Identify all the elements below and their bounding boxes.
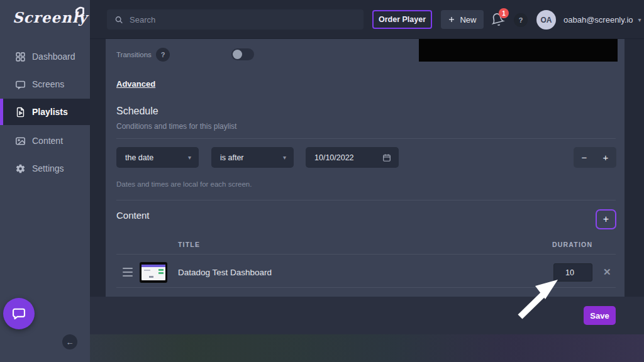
add-content-button[interactable]: + xyxy=(596,209,616,229)
screens-icon xyxy=(15,79,26,90)
condition-operator-select[interactable]: is after ▾ xyxy=(211,147,294,168)
column-header-duration: DURATION xyxy=(552,241,592,248)
content-title: Content xyxy=(116,210,150,221)
avatar[interactable]: OA xyxy=(536,10,556,30)
toggle-knob xyxy=(233,50,242,59)
active-indicator xyxy=(0,99,3,125)
new-button[interactable]: New xyxy=(441,10,484,29)
search-bar[interactable] xyxy=(107,9,364,30)
condition-operator-value: is after xyxy=(220,153,244,162)
playlist-preview xyxy=(419,39,618,62)
duration-input[interactable] xyxy=(553,263,592,282)
drag-handle[interactable] xyxy=(123,268,133,277)
chevron-down-icon: ▾ xyxy=(638,16,641,23)
condition-stepper: − + xyxy=(574,147,616,168)
divider xyxy=(116,254,616,255)
background-gradient xyxy=(90,334,644,362)
schedule-subtitle: Conditions and times for this playlist xyxy=(116,122,236,131)
new-button-label: New xyxy=(460,15,476,25)
account-menu[interactable]: oabah@screenly.io ▾ xyxy=(564,0,641,39)
plus-icon xyxy=(448,16,455,23)
divider xyxy=(116,138,616,139)
chevron-down-icon: ▾ xyxy=(283,154,286,161)
advanced-link[interactable]: Advanced xyxy=(116,79,155,89)
notification-badge: 1 xyxy=(499,8,509,18)
notifications-button[interactable]: 1 xyxy=(491,13,507,29)
help-button[interactable]: ? xyxy=(514,13,528,27)
calendar-icon xyxy=(382,153,391,162)
top-bar: Order Player New 1 ? OA oabah@screenly.i… xyxy=(90,0,644,39)
remove-condition-button[interactable]: − xyxy=(579,152,590,163)
column-header-title: TITLE xyxy=(178,241,200,248)
account-email: oabah@screenly.io xyxy=(564,15,633,25)
transitions-help-button[interactable]: ? xyxy=(156,48,170,62)
sidebar-item-label: Dashboard xyxy=(32,52,75,62)
playlist-editor-card: Transitions ? Advanced Schedule Conditio… xyxy=(106,39,625,297)
thumbnail-screenshot xyxy=(142,265,165,280)
screenly-logomark-icon xyxy=(73,5,87,19)
gear-icon xyxy=(15,163,26,174)
condition-date-value: 10/10/2022 xyxy=(314,153,354,162)
chat-widget-button[interactable] xyxy=(3,298,35,329)
content-icon xyxy=(15,136,26,146)
transitions-label: Transitions xyxy=(116,51,152,58)
sidebar-item-label: Content xyxy=(32,136,63,146)
back-button[interactable]: ← xyxy=(62,334,77,349)
main-area: Transitions ? Advanced Schedule Conditio… xyxy=(90,39,644,297)
order-player-button[interactable]: Order Player xyxy=(372,10,432,29)
row-thumbnail[interactable] xyxy=(140,262,167,283)
footer: Save xyxy=(90,297,644,362)
save-button[interactable]: Save xyxy=(584,306,616,325)
sidebar-item-playlists[interactable]: Playlists xyxy=(0,99,90,125)
schedule-title: Schedule xyxy=(116,106,158,117)
search-input[interactable] xyxy=(130,15,356,25)
condition-field-select[interactable]: the date ▾ xyxy=(116,147,199,168)
sidebar-item-content[interactable]: Content xyxy=(0,131,90,150)
chat-bubble-icon xyxy=(11,305,27,322)
divider xyxy=(116,287,616,288)
brand-logo[interactable]: Screenly xyxy=(13,9,88,36)
add-condition-button[interactable]: + xyxy=(601,152,611,163)
schedule-note: Dates and times are local for each scree… xyxy=(116,180,252,188)
condition-field-value: the date xyxy=(125,153,153,162)
chevron-down-icon: ▾ xyxy=(188,154,191,161)
condition-date-input[interactable]: 10/10/2022 xyxy=(306,147,399,168)
sidebar-item-screens[interactable]: Screens xyxy=(0,75,90,94)
search-icon xyxy=(114,15,123,25)
sidebar-item-label: Playlists xyxy=(32,107,68,117)
sidebar-item-settings[interactable]: Settings xyxy=(0,159,90,178)
back-arrow-icon: ← xyxy=(66,337,74,347)
sidebar-item-label: Settings xyxy=(32,163,64,173)
divider xyxy=(116,200,616,200)
sidebar-item-dashboard[interactable]: Dashboard xyxy=(0,47,90,66)
playlists-icon xyxy=(15,107,26,118)
remove-row-icon[interactable]: ✕ xyxy=(603,266,611,278)
dashboard-icon xyxy=(15,52,26,62)
sidebar-item-label: Screens xyxy=(32,79,64,89)
row-title: Datadog Test Dashboard xyxy=(178,268,272,277)
transitions-toggle[interactable] xyxy=(231,48,254,60)
